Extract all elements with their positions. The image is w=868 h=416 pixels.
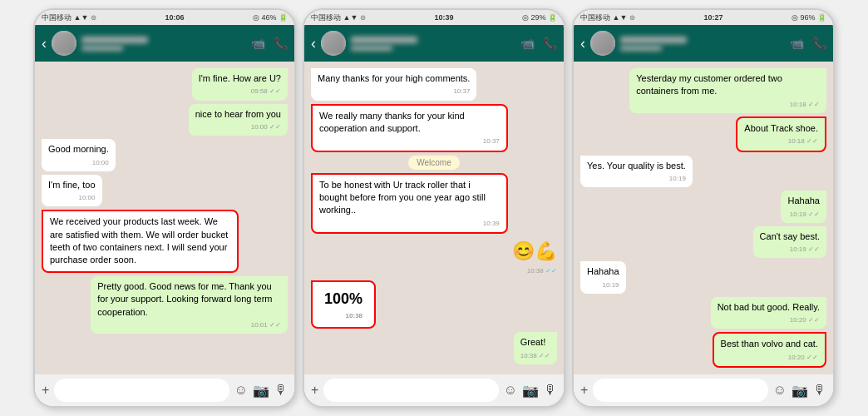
camera-button[interactable]: 📷 bbox=[253, 383, 269, 399]
chat-bottom-bar: + ☺ 📷 🎙 bbox=[574, 374, 833, 406]
message-bubble: Not bad but good. Really.10:20 ✓✓ bbox=[711, 297, 826, 329]
message-bubble: Yes. Your quality is best.10:19 bbox=[580, 156, 693, 188]
back-button[interactable]: ‹ bbox=[311, 35, 316, 52]
carrier-text: 中国移动 ▲▼ ⊙ bbox=[311, 12, 366, 23]
chat-area: Yesterday my customer ordered two contai… bbox=[574, 62, 833, 374]
add-attachment-button[interactable]: + bbox=[311, 383, 318, 398]
contact-info bbox=[620, 37, 785, 51]
message-time: 10:19 ✓✓ bbox=[760, 245, 820, 254]
message-time: 10:19 bbox=[587, 280, 619, 290]
message-bubble: Best than volvo and cat.10:20 ✓✓ bbox=[713, 332, 826, 368]
video-call-icon[interactable]: 📹 bbox=[520, 37, 535, 50]
message-bubble: Great!10:38 ✓✓ bbox=[514, 332, 557, 364]
message-time: 10:00 ✓✓ bbox=[195, 122, 281, 131]
mic-button[interactable]: 🎙 bbox=[274, 383, 288, 398]
chat-header: ‹ 📹 📞 bbox=[574, 25, 833, 62]
phone-phone1: 中国移动 ▲▼ ⊙ 10:06 ◎ 46% 🔋 ‹ 📹 📞 I'm fine. … bbox=[33, 8, 296, 408]
chat-header: ‹ 📹 📞 bbox=[304, 25, 564, 62]
message-bubble: 😊💪10:38 ✓✓ bbox=[512, 237, 557, 277]
mic-button[interactable]: 🎙 bbox=[813, 383, 826, 398]
message-text: 😊💪 bbox=[512, 240, 557, 261]
status-bar: 中国移动 ▲▼ ⊙ 10:27 ◎ 96% 🔋 bbox=[574, 10, 833, 25]
message-text: Yesterday my customer ordered two contai… bbox=[636, 73, 782, 96]
message-text: I'm fine, too bbox=[48, 180, 96, 190]
header-icons: 📹 📞 bbox=[790, 37, 826, 50]
message-bubble: Good morning.10:00 bbox=[42, 139, 116, 171]
avatar bbox=[52, 31, 76, 56]
mic-button[interactable]: 🎙 bbox=[544, 383, 557, 398]
emoji-button[interactable]: ☺ bbox=[773, 383, 787, 398]
contact-info bbox=[351, 37, 515, 51]
status-bar: 中国移动 ▲▼ ⊙ 10:06 ◎ 46% 🔋 bbox=[35, 10, 294, 25]
message-time: 10:38 ✓✓ bbox=[520, 351, 550, 360]
message-time: 10:00 bbox=[48, 193, 96, 202]
chat-area: I'm fine. How are U?09:58 ✓✓nice to hear… bbox=[35, 62, 294, 374]
chat-bottom-bar: + ☺ 📷 🎙 bbox=[35, 374, 294, 406]
message-text: Good morning. bbox=[48, 144, 109, 154]
message-text: Many thanks for your high comments. bbox=[318, 73, 470, 83]
camera-button[interactable]: 📷 bbox=[522, 383, 539, 399]
video-call-icon[interactable]: 📹 bbox=[790, 37, 804, 50]
emoji-button[interactable]: ☺ bbox=[234, 383, 248, 398]
message-text: Best than volvo and cat. bbox=[721, 339, 818, 349]
message-input[interactable] bbox=[593, 379, 767, 402]
message-bubble: Many thanks for your high comments.10:37 bbox=[311, 68, 476, 101]
add-attachment-button[interactable]: + bbox=[580, 383, 588, 398]
header-icons: 📹 📞 bbox=[520, 37, 557, 50]
message-time: 10:18 ✓✓ bbox=[636, 100, 820, 109]
message-time: 10:19 ✓✓ bbox=[787, 210, 820, 219]
message-text: We really many thanks for your kind coop… bbox=[319, 111, 465, 133]
back-button[interactable]: ‹ bbox=[580, 35, 585, 52]
message-text: Not bad but good. Really. bbox=[718, 302, 820, 312]
message-text: Hahaha bbox=[587, 266, 619, 276]
message-text: Hahaha bbox=[787, 196, 820, 206]
message-input[interactable] bbox=[323, 379, 498, 402]
message-time: 09:58 ✓✓ bbox=[199, 87, 281, 96]
message-bubble: Yesterday my customer ordered two contai… bbox=[629, 68, 826, 113]
chat-area: Many thanks for your high comments.10:37… bbox=[304, 62, 564, 374]
message-time: 10:01 ✓✓ bbox=[97, 320, 281, 329]
message-text: 100% bbox=[324, 290, 362, 307]
message-text: To be honest with Ur track roller that i… bbox=[319, 180, 486, 215]
emoji-button[interactable]: ☺ bbox=[504, 383, 517, 398]
message-bubble: To be honest with Ur track roller that i… bbox=[311, 173, 508, 234]
message-time: 10:37 bbox=[319, 136, 500, 146]
message-input[interactable] bbox=[54, 379, 229, 402]
camera-button[interactable]: 📷 bbox=[792, 383, 808, 399]
message-time: 10:37 bbox=[318, 87, 470, 96]
carrier-text: 中国移动 ▲▼ ⊙ bbox=[580, 12, 635, 23]
video-call-icon[interactable]: 📹 bbox=[251, 37, 265, 50]
status-bar: 中国移动 ▲▼ ⊙ 10:39 ◎ 29% 🔋 bbox=[304, 10, 564, 25]
message-time: 10:18 ✓✓ bbox=[744, 136, 818, 146]
message-bubble: About Track shoe.10:18 ✓✓ bbox=[736, 116, 826, 152]
message-bubble: Can't say best.10:19 ✓✓ bbox=[753, 226, 826, 259]
message-text: We received your products last week. We … bbox=[50, 216, 228, 265]
message-bubble: Pretty good. Good news for me. Thank you… bbox=[91, 276, 288, 334]
message-text: I'm fine. How are U? bbox=[199, 73, 281, 83]
add-attachment-button[interactable]: + bbox=[42, 383, 49, 398]
phone-call-icon[interactable]: 📞 bbox=[274, 37, 288, 50]
chat-bottom-bar: + ☺ 📷 🎙 bbox=[304, 374, 564, 406]
header-icons: 📹 📞 bbox=[251, 37, 288, 50]
message-bubble: We received your products last week. We … bbox=[42, 210, 239, 273]
message-bubble: Hahaha10:19 bbox=[580, 261, 626, 294]
phone-call-icon[interactable]: 📞 bbox=[543, 37, 557, 50]
carrier-text: 中国移动 ▲▼ ⊙ bbox=[42, 12, 96, 23]
message-bubble: I'm fine, too10:00 bbox=[42, 175, 102, 207]
message-time: 10:20 ✓✓ bbox=[718, 315, 820, 324]
message-bubble: I'm fine. How are U?09:58 ✓✓ bbox=[192, 68, 288, 101]
battery-text: ◎ 29% 🔋 bbox=[522, 13, 557, 22]
chat-header: ‹ 📹 📞 bbox=[35, 25, 294, 62]
message-bubble: 😊💪10:20 ✓✓ bbox=[782, 371, 826, 374]
phone-phone2: 中国移动 ▲▼ ⊙ 10:39 ◎ 29% 🔋 ‹ 📹 📞 Many thank… bbox=[303, 8, 565, 408]
time-text: 10:27 bbox=[703, 13, 723, 22]
message-time: 10:20 ✓✓ bbox=[721, 353, 818, 362]
message-text: About Track shoe. bbox=[744, 123, 818, 133]
message-time: 10:38 bbox=[324, 311, 362, 320]
message-bubble: Hahaha10:19 ✓✓ bbox=[781, 191, 826, 223]
time-text: 10:06 bbox=[165, 13, 184, 22]
message-bubble: 100%10:38 bbox=[311, 280, 376, 329]
avatar bbox=[590, 31, 615, 56]
back-button[interactable]: ‹ bbox=[42, 35, 47, 52]
phone-call-icon[interactable]: 📞 bbox=[812, 37, 826, 50]
